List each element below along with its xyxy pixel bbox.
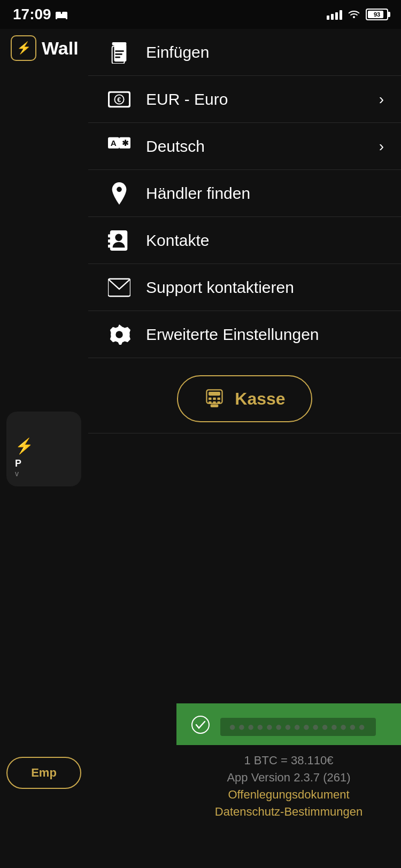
svg-point-23	[115, 234, 122, 241]
haendler-finden-label: Händler finden	[146, 184, 384, 203]
svg-point-21	[117, 187, 122, 192]
eur-euro-label: EUR - Euro	[146, 90, 366, 108]
background-card: ⚡ P v	[6, 412, 81, 486]
footer-info: 1 BTC = 38.110€ App Version 2.3.7 (261) …	[176, 745, 401, 827]
svg-rect-37	[211, 405, 219, 407]
time-label: 17:09	[13, 6, 51, 23]
left-panel: ⚡ Wall ⚡ P v Emp	[0, 0, 88, 868]
status-time: 17:09	[13, 6, 67, 23]
card-sub: v	[15, 469, 19, 478]
settings-icon	[105, 321, 133, 348]
receive-label: Emp	[31, 766, 57, 780]
svg-rect-26	[108, 244, 111, 247]
einfuegen-label: Einfügen	[146, 43, 384, 61]
deutsch-chevron: ›	[379, 138, 384, 155]
deutsch-label: Deutsch	[146, 137, 366, 156]
status-icons: 93	[327, 9, 388, 21]
svg-rect-1	[56, 12, 61, 15]
kontakte-label: Kontakte	[146, 231, 384, 250]
svg-rect-7	[112, 42, 127, 45]
svg-text:✱: ✱	[122, 138, 129, 148]
notif-text: ●●●●●●●●●●●●●●●	[220, 718, 376, 736]
menu-item-einfuegen[interactable]: Einfügen	[88, 29, 401, 76]
menu-item-deutsch[interactable]: A ✱ Deutsch ›	[88, 123, 401, 170]
battery-icon: 93	[366, 9, 388, 20]
eur-euro-chevron: ›	[379, 91, 384, 108]
svg-rect-8	[115, 50, 124, 52]
offenlegung-link[interactable]: Offenlegungsdokument	[228, 788, 349, 802]
svg-rect-33	[218, 398, 220, 400]
wifi-icon	[348, 9, 360, 21]
menu-item-kontakte[interactable]: Kontakte	[88, 217, 401, 264]
svg-rect-9	[115, 53, 122, 55]
app-version: App Version 2.3.7 (261)	[227, 771, 350, 785]
menu-item-haendler-finden[interactable]: Händler finden	[88, 170, 401, 217]
app-logo: ⚡ Wall	[11, 35, 79, 61]
kasse-label: Kasse	[235, 389, 285, 409]
receive-button[interactable]: Emp	[6, 757, 81, 789]
svg-point-38	[192, 716, 209, 733]
support-label: Support kontaktieren	[146, 278, 384, 297]
svg-text:€: €	[117, 96, 121, 103]
money-icon: €	[105, 86, 133, 113]
signal-icon	[327, 9, 342, 20]
status-bar: 17:09 93	[0, 0, 401, 29]
check-icon	[191, 716, 210, 738]
menu-item-eur-euro[interactable]: € EUR - Euro ›	[88, 76, 401, 123]
notification-bar: ●●●●●●●●●●●●●●●	[176, 703, 401, 750]
kasse-button[interactable]: Kasse	[177, 375, 312, 422]
kasse-container: Kasse	[88, 358, 401, 433]
kasse-icon	[204, 386, 225, 412]
menu-panel: Einfügen € EUR - Euro ›	[88, 29, 401, 868]
svg-rect-30	[209, 392, 220, 396]
svg-text:A: A	[111, 138, 117, 148]
svg-rect-24	[108, 234, 111, 237]
menu-list: Einfügen € EUR - Euro ›	[88, 29, 401, 358]
svg-rect-3	[56, 17, 57, 19]
paste-icon	[105, 38, 133, 66]
svg-rect-2	[62, 12, 67, 15]
logo-icon: ⚡	[11, 35, 36, 61]
svg-rect-4	[66, 17, 67, 19]
svg-rect-32	[213, 398, 216, 400]
email-icon	[105, 274, 133, 301]
language-icon: A ✱	[105, 133, 133, 160]
card-text: P	[15, 458, 21, 469]
bed-icon	[56, 10, 67, 19]
svg-rect-36	[218, 401, 220, 404]
svg-rect-10	[115, 56, 120, 58]
app-name: Wall	[42, 38, 79, 59]
svg-rect-25	[108, 239, 111, 243]
svg-rect-34	[209, 401, 211, 404]
card-icon: ⚡	[15, 437, 34, 455]
contacts-icon	[105, 227, 133, 254]
svg-rect-35	[213, 401, 216, 404]
location-icon	[105, 180, 133, 207]
svg-rect-31	[209, 398, 211, 400]
btc-rate: 1 BTC = 38.110€	[244, 754, 334, 768]
settings-label: Erweiterte Einstellungen	[146, 326, 384, 344]
svg-point-28	[115, 331, 122, 338]
datenschutz-link[interactable]: Datenschutz-Bestimmungen	[215, 805, 363, 819]
menu-item-support[interactable]: Support kontaktieren	[88, 264, 401, 311]
menu-item-settings[interactable]: Erweiterte Einstellungen	[88, 311, 401, 358]
